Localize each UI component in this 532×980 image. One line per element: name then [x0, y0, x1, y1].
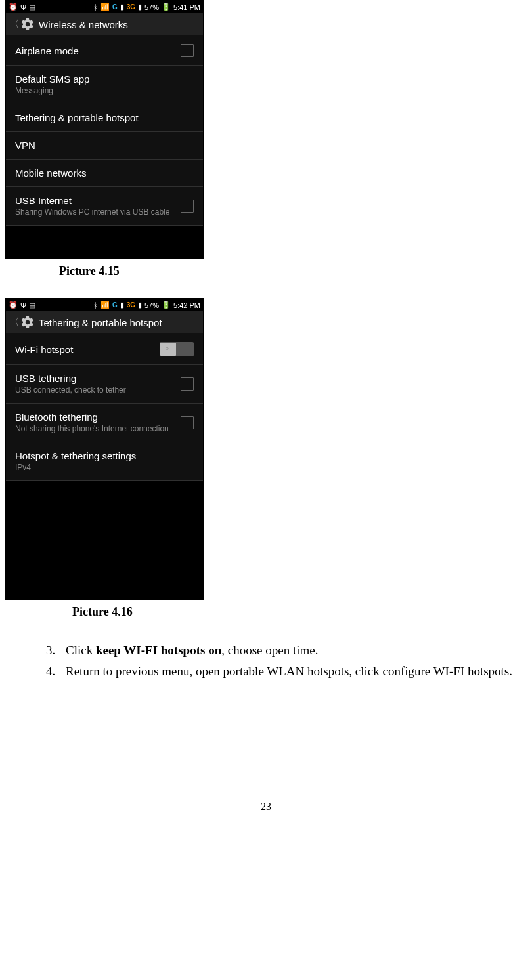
step-text: Return to previous menu, open portable W…	[66, 661, 519, 682]
status-left: ⏰ Ψ ▤	[9, 3, 35, 11]
signal-bars-icon: ▮	[120, 301, 124, 309]
blank-area	[6, 226, 203, 259]
bluetooth-icon: ᚼ	[93, 3, 98, 11]
sd-icon: ▤	[29, 301, 35, 309]
settings-gear-icon	[20, 17, 35, 32]
screen-title: Tethering & portable hotspot	[39, 317, 162, 328]
alarm-icon: ⏰	[9, 3, 18, 11]
instruction-step-4: 4. Return to previous menu, open portabl…	[46, 661, 519, 682]
status-right: ᚼ 📶 G ▮ 3G ▮ 57% 🔋 5:41 PM	[93, 3, 200, 11]
text-bold: keep WI-FI hotspots on	[96, 643, 221, 657]
settings-gear-icon	[20, 315, 35, 330]
caption-picture-4-15: Picture 4.15	[59, 265, 532, 278]
signal-g-label: G	[112, 301, 118, 309]
item-title: Wi-Fi hotspot	[15, 344, 154, 355]
item-default-sms[interactable]: Default SMS app Messaging	[6, 66, 203, 104]
step-number: 4.	[46, 661, 66, 682]
item-title: Bluetooth tethering	[15, 412, 174, 423]
wifi-hotspot-switch[interactable]	[160, 342, 194, 356]
wifi-icon: 📶	[100, 301, 110, 309]
status-bar: ⏰ Ψ ▤ ᚼ 📶 G ▮ 3G ▮ 57% 🔋 5:41 PM	[6, 1, 203, 13]
item-title: Mobile networks	[15, 167, 194, 179]
signal-3g-label: 3G	[127, 3, 135, 11]
signal-bars-icon-2: ▮	[138, 3, 142, 11]
signal-g-label: G	[112, 3, 118, 11]
usb-icon: Ψ	[20, 301, 26, 309]
item-subtitle: USB connected, check to tether	[15, 385, 174, 395]
battery-percent: 57%	[144, 301, 159, 309]
instruction-step-3: 3. Click keep WI-FI hotspots on, choose …	[46, 640, 519, 661]
item-title: Default SMS app	[15, 74, 194, 85]
screen-title: Wireless & networks	[39, 19, 128, 30]
usb-internet-checkbox[interactable]	[181, 200, 194, 213]
item-wifi-hotspot[interactable]: Wi-Fi hotspot	[6, 334, 203, 365]
page-number: 23	[0, 801, 532, 813]
status-bar: ⏰ Ψ ▤ ᚼ 📶 G ▮ 3G ▮ 57% 🔋 5:42 PM	[6, 299, 203, 311]
screenshot-wireless-networks: ⏰ Ψ ▤ ᚼ 📶 G ▮ 3G ▮ 57% 🔋 5:41 PM 〈 Wirel…	[5, 0, 204, 259]
caption-picture-4-16: Picture 4.16	[72, 605, 532, 619]
back-chevron-icon: 〈	[10, 316, 19, 328]
usb-tethering-checkbox[interactable]	[181, 377, 194, 391]
item-vpn[interactable]: VPN	[6, 132, 203, 160]
battery-percent: 57%	[144, 3, 159, 11]
item-bluetooth-tethering[interactable]: Bluetooth tethering Not sharing this pho…	[6, 404, 203, 442]
document-page: ⏰ Ψ ▤ ᚼ 📶 G ▮ 3G ▮ 57% 🔋 5:41 PM 〈 Wirel…	[0, 0, 532, 839]
text-part: , choose open time.	[221, 643, 318, 657]
action-bar[interactable]: 〈 Wireless & networks	[6, 13, 203, 36]
item-tethering[interactable]: Tethering & portable hotspot	[6, 104, 203, 132]
status-right: ᚼ 📶 G ▮ 3G ▮ 57% 🔋 5:42 PM	[93, 301, 200, 309]
item-hotspot-settings[interactable]: Hotspot & tethering settings IPv4	[6, 442, 203, 481]
action-bar[interactable]: 〈 Tethering & portable hotspot	[6, 311, 203, 334]
signal-bars-icon: ▮	[120, 3, 124, 11]
bluetooth-icon: ᚼ	[93, 301, 98, 309]
item-title: VPN	[15, 140, 194, 151]
alarm-icon: ⏰	[9, 301, 18, 309]
usb-icon: Ψ	[20, 3, 26, 11]
battery-icon: 🔋	[162, 3, 171, 11]
item-subtitle: IPv4	[15, 463, 194, 473]
blank-area	[6, 481, 203, 599]
signal-bars-icon-2: ▮	[138, 301, 142, 309]
item-airplane-mode[interactable]: Airplane mode	[6, 36, 203, 66]
settings-list: Wi-Fi hotspot USB tethering USB connecte…	[6, 334, 203, 481]
status-left: ⏰ Ψ ▤	[9, 301, 35, 309]
step-number: 3.	[46, 640, 66, 661]
sd-icon: ▤	[29, 3, 35, 11]
airplane-checkbox[interactable]	[181, 44, 194, 57]
item-title: USB Internet	[15, 195, 174, 206]
item-usb-internet[interactable]: USB Internet Sharing Windows PC internet…	[6, 187, 203, 226]
wifi-icon: 📶	[100, 3, 110, 11]
text-part: Click	[66, 643, 96, 657]
item-title: Hotspot & tethering settings	[15, 450, 194, 461]
item-subtitle: Not sharing this phone's Internet connec…	[15, 424, 174, 434]
screenshot-tethering: ⏰ Ψ ▤ ᚼ 📶 G ▮ 3G ▮ 57% 🔋 5:42 PM 〈 Tethe…	[5, 298, 204, 600]
item-title: Airplane mode	[15, 45, 174, 56]
clock: 5:41 PM	[173, 3, 200, 11]
item-title: Tethering & portable hotspot	[15, 112, 194, 123]
bluetooth-tethering-checkbox[interactable]	[181, 416, 194, 429]
item-title: USB tethering	[15, 373, 174, 384]
settings-list: Airplane mode Default SMS app Messaging …	[6, 36, 203, 226]
instruction-list: 3. Click keep WI-FI hotspots on, choose …	[46, 640, 519, 683]
item-subtitle: Messaging	[15, 86, 194, 96]
signal-3g-label: 3G	[127, 301, 135, 309]
battery-icon: 🔋	[162, 301, 171, 309]
clock: 5:42 PM	[173, 301, 200, 309]
back-chevron-icon: 〈	[10, 18, 19, 30]
item-usb-tethering[interactable]: USB tethering USB connected, check to te…	[6, 365, 203, 404]
step-text: Click keep WI-FI hotspots on, choose ope…	[66, 640, 519, 661]
item-subtitle: Sharing Windows PC internet via USB cabl…	[15, 207, 174, 217]
item-mobile-networks[interactable]: Mobile networks	[6, 160, 203, 187]
